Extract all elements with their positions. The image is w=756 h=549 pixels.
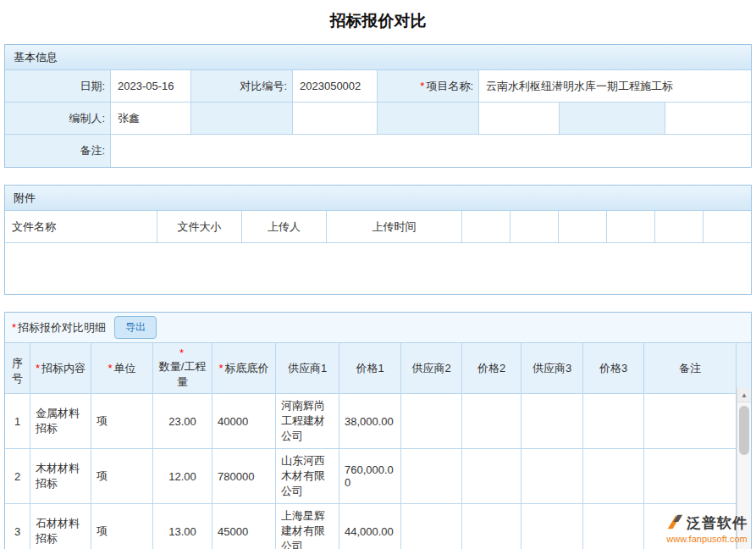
project-name-label: * 项目名称: bbox=[378, 70, 479, 103]
cell-supplier1: 山东河西木材有限公司 bbox=[276, 449, 339, 504]
basic-info-section-header: 基本信息 bbox=[5, 45, 751, 70]
attachments-header-row: 文件名称 文件大小 上传人 上传时间 bbox=[5, 211, 751, 243]
required-asterisk: * bbox=[36, 362, 40, 374]
cell-note bbox=[644, 449, 737, 504]
column-header-file-name: 文件名称 bbox=[5, 211, 157, 243]
cell-supplier3 bbox=[521, 504, 583, 549]
cell-quantity: 13.00 bbox=[153, 504, 212, 549]
column-header-supplier3: 供应商3 bbox=[521, 343, 583, 394]
cell-supplier1: 上海星辉建材有限公司 bbox=[276, 504, 339, 549]
required-asterisk: * bbox=[218, 362, 223, 374]
creator-label: 编制人: bbox=[5, 103, 111, 135]
cell-bid-content: 金属材料招标 bbox=[30, 394, 91, 449]
cell-price1: 44,000.00 bbox=[339, 504, 401, 549]
scroll-up-button[interactable]: ▲ bbox=[737, 388, 751, 402]
compare-no-value: 2023050002 bbox=[293, 70, 378, 103]
cell-supplier2 bbox=[401, 394, 462, 449]
column-header-unit: *单位 bbox=[91, 343, 153, 394]
column-header-empty bbox=[510, 211, 559, 243]
required-asterisk: * bbox=[108, 362, 112, 374]
cell-price1: 38,000.00 bbox=[339, 394, 401, 449]
cell-note bbox=[644, 394, 737, 449]
column-header-base-price: *标底底价 bbox=[212, 343, 276, 394]
detail-panel: * 招标报价对比明细 导出 序号 *招标内容 *单位 *数量/工程量 *标底底价… bbox=[4, 312, 752, 549]
brand-watermark: 泛普软件 www.fanpusoft.com bbox=[666, 513, 748, 544]
cell-price2 bbox=[462, 394, 521, 449]
detail-section-title: 招标报价对比明细 bbox=[18, 320, 106, 336]
cell-unit: 项 bbox=[91, 449, 153, 504]
column-header-scrollbar-stub bbox=[737, 343, 751, 394]
scroll-thumb[interactable] bbox=[739, 406, 749, 455]
attachments-section-title: 附件 bbox=[14, 191, 36, 206]
cell-supplier2 bbox=[401, 449, 462, 504]
cell-price2 bbox=[462, 504, 521, 549]
required-asterisk: * bbox=[12, 321, 16, 334]
basic-info-row-3: 备注: bbox=[5, 135, 751, 167]
date-label: 日期: bbox=[5, 70, 111, 103]
column-header-price1: 价格1 bbox=[339, 343, 401, 394]
brand-url: www.fanpusoft.com bbox=[666, 534, 748, 544]
detail-header-row: 序号 *招标内容 *单位 *数量/工程量 *标底底价 供应商1 价格1 供应商2… bbox=[5, 343, 751, 394]
detail-section-header: * 招标报价对比明细 导出 bbox=[5, 313, 751, 343]
cell-quantity: 12.00 bbox=[153, 449, 212, 504]
column-header-upload-time: 上传时间 bbox=[327, 211, 462, 243]
column-header-empty bbox=[655, 211, 704, 243]
creator-value: 张鑫 bbox=[111, 103, 191, 135]
empty-value-cell bbox=[665, 103, 751, 135]
empty-label-cell bbox=[560, 103, 665, 135]
cell-supplier3 bbox=[521, 394, 583, 449]
column-header-empty bbox=[559, 211, 607, 243]
cell-seq: 1 bbox=[5, 394, 30, 449]
cell-base-price: 780000 bbox=[212, 449, 276, 504]
column-header-empty bbox=[607, 211, 655, 243]
table-row: 3 石材材料招标 项 13.00 45000 上海星辉建材有限公司 44,000… bbox=[5, 504, 737, 549]
column-header-bid-content: *招标内容 bbox=[30, 343, 91, 394]
brand-name: 泛普软件 bbox=[687, 513, 748, 533]
required-asterisk: * bbox=[420, 80, 424, 92]
column-header-quantity: *数量/工程量 bbox=[153, 343, 212, 394]
attachments-empty-body bbox=[5, 243, 751, 294]
column-header-seq: 序号 bbox=[5, 343, 30, 394]
required-asterisk: * bbox=[179, 347, 184, 359]
date-value: 2023-05-16 bbox=[111, 70, 191, 103]
column-header-empty bbox=[704, 211, 751, 243]
table-row: 1 金属材料招标 项 23.00 40000 河南辉尚工程建材公司 38,000… bbox=[5, 394, 737, 449]
column-header-supplier2: 供应商2 bbox=[401, 343, 462, 394]
page-title: 招标报价对比 bbox=[0, 0, 756, 44]
cell-unit: 项 bbox=[91, 394, 153, 449]
project-name-label-text: 项目名称: bbox=[426, 79, 473, 94]
cell-quantity: 23.00 bbox=[153, 394, 212, 449]
empty-label-cell bbox=[378, 103, 479, 135]
cell-supplier1: 河南辉尚工程建材公司 bbox=[276, 394, 339, 449]
column-header-price3: 价格3 bbox=[583, 343, 644, 394]
cell-price2 bbox=[462, 449, 521, 504]
attachments-panel: 附件 文件名称 文件大小 上传人 上传时间 bbox=[4, 185, 752, 295]
cell-price3 bbox=[583, 449, 644, 504]
basic-info-row-1: 日期: 2023-05-16 对比编号: 2023050002 * 项目名称: … bbox=[5, 70, 751, 103]
compare-no-label: 对比编号: bbox=[191, 70, 293, 103]
brand-logo-icon bbox=[666, 513, 683, 533]
cell-supplier3 bbox=[521, 449, 583, 504]
column-header-price2: 价格2 bbox=[462, 343, 521, 394]
cell-price1: 760,000.00 bbox=[339, 449, 401, 504]
cell-unit: 项 bbox=[91, 504, 153, 549]
attachments-section-header: 附件 bbox=[5, 186, 751, 211]
cell-base-price: 40000 bbox=[212, 394, 276, 449]
column-header-file-size: 文件大小 bbox=[157, 211, 242, 243]
column-header-uploader: 上传人 bbox=[242, 211, 327, 243]
cell-bid-content: 木材材料招标 bbox=[30, 449, 91, 504]
cell-base-price: 45000 bbox=[212, 504, 276, 549]
empty-label-cell bbox=[191, 103, 293, 135]
cell-seq: 3 bbox=[5, 504, 30, 549]
cell-bid-content: 石材材料招标 bbox=[30, 504, 91, 549]
empty-value-cell bbox=[293, 103, 378, 135]
cell-seq: 2 bbox=[5, 449, 30, 504]
table-row: 2 木材材料招标 项 12.00 780000 山东河西木材有限公司 760,0… bbox=[5, 449, 737, 504]
basic-info-row-2: 编制人: 张鑫 bbox=[5, 103, 751, 135]
basic-info-panel: 基本信息 日期: 2023-05-16 对比编号: 2023050002 * 项… bbox=[4, 44, 752, 168]
brand-row: 泛普软件 bbox=[666, 513, 748, 533]
empty-value-cell bbox=[479, 103, 560, 135]
export-button[interactable]: 导出 bbox=[114, 316, 157, 339]
column-header-empty bbox=[462, 211, 510, 243]
basic-info-section-title: 基本信息 bbox=[14, 50, 58, 65]
